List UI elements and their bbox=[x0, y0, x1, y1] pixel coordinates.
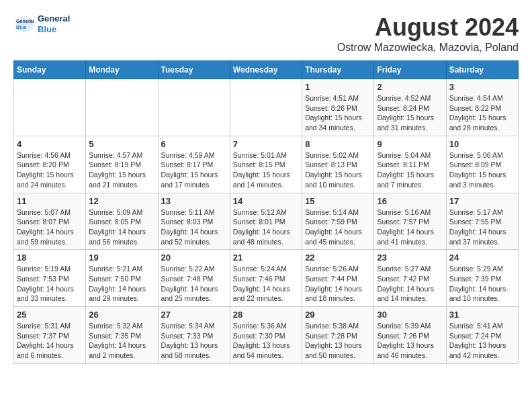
day-info: Sunrise: 4:54 AM Sunset: 8:22 PM Dayligh… bbox=[449, 93, 515, 133]
day-info: Sunrise: 4:56 AM Sunset: 8:20 PM Dayligh… bbox=[17, 150, 83, 190]
day-number: 29 bbox=[305, 310, 371, 320]
day-info: Sunrise: 5:36 AM Sunset: 7:30 PM Dayligh… bbox=[233, 321, 299, 361]
week-row-2: 4Sunrise: 4:56 AM Sunset: 8:20 PM Daylig… bbox=[14, 136, 519, 193]
day-number: 27 bbox=[161, 310, 227, 320]
logo-text-blue: Blue bbox=[38, 24, 70, 35]
day-number: 2 bbox=[377, 82, 443, 92]
day-number: 16 bbox=[377, 196, 443, 206]
calendar-cell: 27Sunrise: 5:34 AM Sunset: 7:33 PM Dayli… bbox=[158, 307, 230, 364]
calendar-cell: 4Sunrise: 4:56 AM Sunset: 8:20 PM Daylig… bbox=[14, 136, 86, 193]
col-header-thursday: Thursday bbox=[302, 61, 374, 79]
calendar-cell: 28Sunrise: 5:36 AM Sunset: 7:30 PM Dayli… bbox=[230, 307, 302, 364]
calendar-cell: 2Sunrise: 4:52 AM Sunset: 8:24 PM Daylig… bbox=[374, 79, 446, 136]
calendar-cell: 30Sunrise: 5:39 AM Sunset: 7:26 PM Dayli… bbox=[374, 307, 446, 364]
day-number: 10 bbox=[449, 139, 515, 149]
day-info: Sunrise: 5:07 AM Sunset: 8:07 PM Dayligh… bbox=[17, 208, 83, 247]
calendar-cell: 24Sunrise: 5:29 AM Sunset: 7:39 PM Dayli… bbox=[446, 250, 518, 307]
main-title: August 2024 bbox=[337, 13, 519, 42]
subtitle: Ostrow Mazowiecka, Mazovia, Poland bbox=[337, 42, 519, 54]
calendar-cell: 15Sunrise: 5:14 AM Sunset: 7:59 PM Dayli… bbox=[302, 193, 374, 250]
day-number: 14 bbox=[233, 196, 299, 206]
calendar-cell: 5Sunrise: 4:57 AM Sunset: 8:19 PM Daylig… bbox=[86, 136, 158, 193]
svg-text:Blue: Blue bbox=[16, 24, 27, 30]
calendar-table: SundayMondayTuesdayWednesdayThursdayFrid… bbox=[13, 60, 519, 364]
day-number: 12 bbox=[89, 196, 154, 206]
day-number: 25 bbox=[17, 310, 83, 320]
day-info: Sunrise: 5:31 AM Sunset: 7:37 PM Dayligh… bbox=[17, 321, 83, 361]
col-header-friday: Friday bbox=[374, 61, 446, 79]
day-info: Sunrise: 5:32 AM Sunset: 7:35 PM Dayligh… bbox=[89, 321, 154, 361]
day-info: Sunrise: 5:01 AM Sunset: 8:15 PM Dayligh… bbox=[233, 150, 299, 190]
day-info: Sunrise: 5:21 AM Sunset: 7:50 PM Dayligh… bbox=[89, 264, 154, 304]
day-number: 30 bbox=[377, 310, 443, 320]
col-header-saturday: Saturday bbox=[446, 61, 518, 79]
day-info: Sunrise: 5:22 AM Sunset: 7:48 PM Dayligh… bbox=[161, 264, 227, 304]
week-row-5: 25Sunrise: 5:31 AM Sunset: 7:37 PM Dayli… bbox=[14, 307, 519, 364]
logo-text-general: General bbox=[38, 13, 70, 24]
day-number: 18 bbox=[17, 253, 83, 263]
calendar-cell: 12Sunrise: 5:09 AM Sunset: 8:05 PM Dayli… bbox=[86, 193, 158, 250]
week-row-3: 11Sunrise: 5:07 AM Sunset: 8:07 PM Dayli… bbox=[14, 193, 519, 250]
calendar-cell: 23Sunrise: 5:27 AM Sunset: 7:42 PM Dayli… bbox=[374, 250, 446, 307]
calendar-cell: 19Sunrise: 5:21 AM Sunset: 7:50 PM Dayli… bbox=[86, 250, 158, 307]
day-number: 5 bbox=[89, 139, 154, 149]
calendar-cell: 8Sunrise: 5:02 AM Sunset: 8:13 PM Daylig… bbox=[302, 136, 374, 193]
calendar-cell: 9Sunrise: 5:04 AM Sunset: 8:11 PM Daylig… bbox=[374, 136, 446, 193]
calendar-cell: 17Sunrise: 5:17 AM Sunset: 7:55 PM Dayli… bbox=[446, 193, 518, 250]
day-number: 21 bbox=[233, 253, 299, 263]
day-info: Sunrise: 5:34 AM Sunset: 7:33 PM Dayligh… bbox=[161, 321, 227, 361]
day-number: 26 bbox=[89, 310, 154, 320]
calendar-cell: 31Sunrise: 5:41 AM Sunset: 7:24 PM Dayli… bbox=[446, 307, 518, 364]
calendar-cell: 3Sunrise: 4:54 AM Sunset: 8:22 PM Daylig… bbox=[446, 79, 518, 136]
page-header: General Blue General Blue August 2024 Os… bbox=[13, 13, 519, 54]
day-info: Sunrise: 5:11 AM Sunset: 8:03 PM Dayligh… bbox=[161, 208, 227, 247]
calendar-cell: 26Sunrise: 5:32 AM Sunset: 7:35 PM Dayli… bbox=[86, 307, 158, 364]
day-info: Sunrise: 5:27 AM Sunset: 7:42 PM Dayligh… bbox=[377, 264, 443, 304]
day-number: 31 bbox=[449, 310, 515, 320]
day-info: Sunrise: 5:24 AM Sunset: 7:46 PM Dayligh… bbox=[233, 264, 299, 304]
day-number: 17 bbox=[449, 196, 515, 206]
day-number: 28 bbox=[233, 310, 299, 320]
day-info: Sunrise: 5:17 AM Sunset: 7:55 PM Dayligh… bbox=[449, 208, 515, 247]
day-info: Sunrise: 5:04 AM Sunset: 8:11 PM Dayligh… bbox=[377, 150, 443, 190]
day-info: Sunrise: 4:59 AM Sunset: 8:17 PM Dayligh… bbox=[161, 150, 227, 190]
calendar-cell: 22Sunrise: 5:26 AM Sunset: 7:44 PM Dayli… bbox=[302, 250, 374, 307]
week-row-4: 18Sunrise: 5:19 AM Sunset: 7:53 PM Dayli… bbox=[14, 250, 519, 307]
day-number: 15 bbox=[305, 196, 371, 206]
day-info: Sunrise: 4:52 AM Sunset: 8:24 PM Dayligh… bbox=[377, 93, 443, 133]
calendar-cell: 10Sunrise: 5:06 AM Sunset: 8:09 PM Dayli… bbox=[446, 136, 518, 193]
col-header-tuesday: Tuesday bbox=[158, 61, 230, 79]
calendar-cell: 7Sunrise: 5:01 AM Sunset: 8:15 PM Daylig… bbox=[230, 136, 302, 193]
day-info: Sunrise: 5:19 AM Sunset: 7:53 PM Dayligh… bbox=[17, 264, 83, 304]
day-info: Sunrise: 4:51 AM Sunset: 8:26 PM Dayligh… bbox=[305, 93, 371, 133]
col-header-wednesday: Wednesday bbox=[230, 61, 302, 79]
calendar-header: SundayMondayTuesdayWednesdayThursdayFrid… bbox=[14, 61, 519, 79]
day-info: Sunrise: 4:57 AM Sunset: 8:19 PM Dayligh… bbox=[89, 150, 154, 190]
calendar-cell: 11Sunrise: 5:07 AM Sunset: 8:07 PM Dayli… bbox=[14, 193, 86, 250]
title-block: August 2024 Ostrow Mazowiecka, Mazovia, … bbox=[337, 13, 519, 54]
logo-icon: General Blue bbox=[13, 13, 35, 35]
day-number: 22 bbox=[305, 253, 371, 263]
calendar-cell: 20Sunrise: 5:22 AM Sunset: 7:48 PM Dayli… bbox=[158, 250, 230, 307]
day-info: Sunrise: 5:38 AM Sunset: 7:28 PM Dayligh… bbox=[305, 321, 371, 361]
day-info: Sunrise: 5:02 AM Sunset: 8:13 PM Dayligh… bbox=[305, 150, 371, 190]
day-number: 3 bbox=[449, 82, 515, 92]
day-number: 8 bbox=[305, 139, 371, 149]
calendar-cell bbox=[230, 79, 302, 136]
day-number: 13 bbox=[161, 196, 227, 206]
day-info: Sunrise: 5:06 AM Sunset: 8:09 PM Dayligh… bbox=[449, 150, 515, 190]
day-number: 24 bbox=[449, 253, 515, 263]
day-info: Sunrise: 5:26 AM Sunset: 7:44 PM Dayligh… bbox=[305, 264, 371, 304]
day-number: 4 bbox=[17, 139, 83, 149]
day-number: 1 bbox=[305, 82, 371, 92]
day-number: 9 bbox=[377, 139, 443, 149]
col-header-monday: Monday bbox=[86, 61, 158, 79]
day-number: 6 bbox=[161, 139, 227, 149]
day-info: Sunrise: 5:16 AM Sunset: 7:57 PM Dayligh… bbox=[377, 208, 443, 247]
day-info: Sunrise: 5:41 AM Sunset: 7:24 PM Dayligh… bbox=[449, 321, 515, 361]
calendar-cell: 1Sunrise: 4:51 AM Sunset: 8:26 PM Daylig… bbox=[302, 79, 374, 136]
calendar-cell: 21Sunrise: 5:24 AM Sunset: 7:46 PM Dayli… bbox=[230, 250, 302, 307]
day-number: 11 bbox=[17, 196, 83, 206]
calendar-cell: 29Sunrise: 5:38 AM Sunset: 7:28 PM Dayli… bbox=[302, 307, 374, 364]
day-number: 20 bbox=[161, 253, 227, 263]
